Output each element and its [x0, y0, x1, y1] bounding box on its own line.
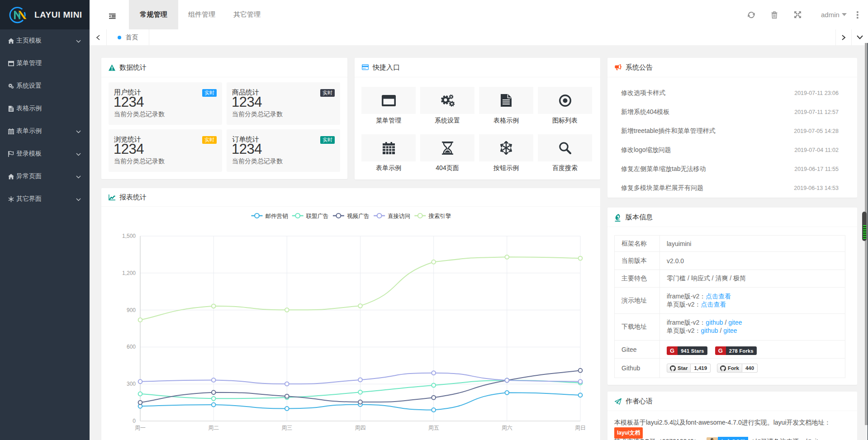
svg-text:周四: 周四 — [355, 425, 366, 431]
svg-text:直接访问: 直接访问 — [388, 213, 410, 219]
svg-text:0: 0 — [133, 418, 136, 424]
svg-text:1,200: 1,200 — [122, 270, 136, 276]
svg-text:600: 600 — [127, 344, 136, 350]
svg-text:周二: 周二 — [208, 425, 219, 431]
svg-text:邮件营销: 邮件营销 — [266, 213, 289, 219]
svg-text:视频广告: 视频广告 — [347, 213, 370, 219]
svg-text:周六: 周六 — [502, 425, 512, 431]
svg-text:联盟广告: 联盟广告 — [306, 213, 329, 219]
svg-text:300: 300 — [127, 381, 136, 387]
svg-text:周三: 周三 — [281, 425, 292, 431]
svg-text:900: 900 — [127, 307, 136, 313]
svg-text:周日: 周日 — [575, 425, 586, 431]
svg-text:1,500: 1,500 — [122, 233, 136, 239]
svg-text:周五: 周五 — [428, 425, 439, 431]
svg-text:周一: 周一 — [135, 425, 146, 431]
svg-text:搜索引擎: 搜索引擎 — [428, 213, 451, 219]
